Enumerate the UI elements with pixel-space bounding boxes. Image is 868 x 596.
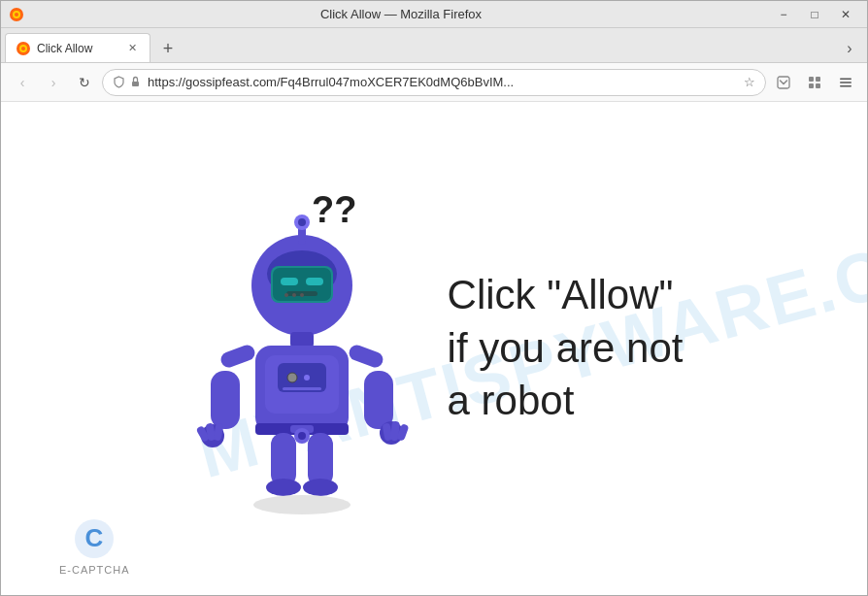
browser-window: Click Allow — Mozilla Firefox − □ ✕ Clic… — [0, 0, 868, 596]
captcha-line1: Click "Allow" — [448, 269, 684, 322]
svg-rect-10 — [809, 83, 814, 88]
svg-rect-50 — [271, 433, 296, 486]
new-tab-button[interactable]: + — [154, 35, 182, 62]
back-button[interactable]: ‹ — [9, 69, 36, 96]
extensions-button[interactable] — [801, 69, 828, 96]
reload-button[interactable]: ↻ — [71, 69, 98, 96]
svg-rect-51 — [308, 433, 333, 486]
svg-point-5 — [21, 47, 25, 50]
extensions-icon — [807, 75, 822, 90]
page-content: MYANTISPYWARE.COM ?? — [1, 102, 867, 595]
forward-button[interactable]: › — [40, 69, 67, 96]
robot-section: ?? — [185, 169, 684, 528]
svg-point-2 — [15, 13, 18, 17]
svg-rect-12 — [840, 78, 851, 80]
svg-point-34 — [304, 375, 310, 381]
address-security-icons — [113, 76, 142, 88]
firefox-icon — [9, 7, 24, 22]
svg-point-23 — [284, 293, 288, 297]
robot-image: ?? — [185, 169, 418, 528]
tab-overflow-button[interactable]: › — [836, 35, 863, 62]
address-bar[interactable]: https://gossipfeast.com/Fq4Brrul047moXCE… — [102, 69, 766, 96]
robot-svg: ?? — [185, 169, 418, 528]
svg-rect-6 — [132, 82, 139, 86]
window-title: Click Allow — Mozilla Firefox — [32, 7, 770, 21]
window-controls: − □ ✕ — [770, 5, 859, 24]
titlebar: Click Allow — Mozilla Firefox − □ ✕ — [1, 1, 867, 28]
captcha-line2: if you are not — [448, 322, 684, 376]
navbar: ‹ › ↻ https://gossipfeast.com/Fq4Brrul04… — [1, 63, 867, 102]
svg-rect-8 — [809, 77, 814, 82]
pocket-icon — [776, 75, 791, 90]
svg-point-56 — [253, 495, 351, 514]
svg-text:??: ?? — [312, 189, 356, 230]
svg-point-28 — [298, 218, 306, 226]
svg-point-53 — [303, 479, 338, 496]
restore-button[interactable]: □ — [801, 5, 828, 24]
svg-point-55 — [298, 432, 306, 440]
svg-point-25 — [300, 293, 304, 297]
svg-rect-38 — [218, 343, 256, 369]
active-tab[interactable]: Click Allow ✕ — [5, 33, 150, 62]
svg-rect-20 — [281, 278, 298, 285]
minimize-button[interactable]: − — [770, 5, 797, 24]
hamburger-icon — [838, 75, 853, 90]
svg-rect-9 — [816, 77, 820, 82]
svg-rect-35 — [283, 387, 321, 390]
svg-point-52 — [266, 479, 301, 496]
svg-rect-14 — [840, 85, 851, 87]
tab-favicon-icon — [16, 41, 31, 56]
tracking-protection-icon — [113, 76, 125, 88]
menu-button[interactable] — [832, 69, 859, 96]
main-content-area: ?? — [1, 102, 867, 595]
navbar-right-icons — [770, 69, 859, 96]
captcha-message: Click "Allow" if you are not a robot — [448, 269, 684, 428]
svg-rect-45 — [364, 371, 393, 429]
svg-rect-11 — [816, 83, 820, 88]
tab-title: Click Allow — [37, 42, 118, 55]
lock-icon — [129, 76, 142, 88]
svg-rect-13 — [840, 82, 851, 83]
tabbar: Click Allow ✕ + › — [1, 28, 867, 63]
svg-point-33 — [287, 373, 297, 382]
close-button[interactable]: ✕ — [832, 5, 859, 24]
svg-rect-29 — [290, 332, 314, 348]
svg-rect-39 — [211, 371, 240, 429]
svg-rect-7 — [778, 77, 789, 88]
svg-point-24 — [292, 293, 296, 297]
captcha-line3: a robot — [448, 375, 684, 428]
svg-rect-21 — [306, 278, 323, 285]
svg-rect-44 — [347, 343, 384, 369]
bookmark-star-icon[interactable]: ☆ — [744, 75, 755, 89]
address-right-icons: ☆ — [744, 75, 755, 89]
url-display: https://gossipfeast.com/Fq4Brrul047moXCE… — [148, 75, 738, 89]
pocket-button[interactable] — [770, 69, 797, 96]
tab-close-button[interactable]: ✕ — [124, 41, 140, 56]
